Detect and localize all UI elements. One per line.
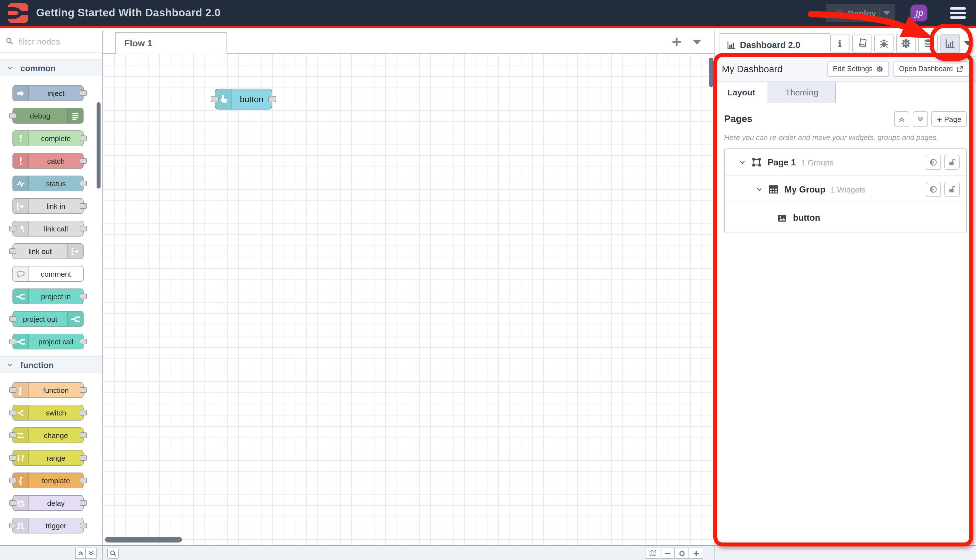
tree-row-my-group[interactable]: My Group1 Widgets xyxy=(725,176,966,203)
palette-node-delay[interactable]: delay xyxy=(12,495,83,511)
input-port[interactable] xyxy=(9,316,17,322)
sidebar-button-bug[interactable] xyxy=(874,33,894,53)
palette-node-switch[interactable]: switch xyxy=(12,405,83,420)
lock-button[interactable] xyxy=(944,182,959,197)
add-page-button[interactable]: + Page xyxy=(931,111,967,127)
canvas-grid[interactable]: button xyxy=(103,53,714,545)
output-port[interactable] xyxy=(80,203,87,209)
sidebar-button-layers[interactable] xyxy=(918,33,938,53)
palette-node-template[interactable]: {template xyxy=(12,472,83,488)
canvas-search-button[interactable] xyxy=(107,548,118,559)
palette-node-project-call[interactable]: project call xyxy=(12,333,83,350)
layout-helper-text: Here you can re-order and move your widg… xyxy=(724,133,967,142)
palette-search[interactable] xyxy=(0,30,102,52)
tree-row-page-1[interactable]: Page 11 Groups xyxy=(725,149,966,176)
canvas-horizontal-scrollbar[interactable] xyxy=(105,537,182,542)
output-port[interactable] xyxy=(80,410,87,415)
open-dashboard-button[interactable]: Open Dashboard xyxy=(894,61,969,77)
output-port[interactable] xyxy=(80,293,87,299)
output-port[interactable] xyxy=(80,523,87,528)
move-down-button[interactable] xyxy=(913,111,928,127)
input-port[interactable] xyxy=(9,339,17,344)
input-port[interactable] xyxy=(9,523,17,528)
output-port[interactable] xyxy=(268,96,276,102)
output-port[interactable] xyxy=(80,158,87,164)
input-port[interactable] xyxy=(9,248,17,254)
input-port[interactable] xyxy=(9,500,17,506)
user-avatar[interactable]: jp xyxy=(911,5,928,22)
collapse-all-button[interactable] xyxy=(75,547,86,558)
output-port[interactable] xyxy=(80,455,87,461)
sidebar-button-gear[interactable] xyxy=(896,33,916,53)
input-port[interactable] xyxy=(9,410,17,415)
output-port[interactable] xyxy=(80,339,87,344)
output-port[interactable] xyxy=(80,500,87,506)
palette-node-trigger[interactable]: trigger xyxy=(12,518,83,533)
filter-nodes-input[interactable] xyxy=(18,36,80,47)
visibility-button[interactable] xyxy=(926,155,941,170)
output-port[interactable] xyxy=(80,387,87,393)
palette-category-common[interactable]: common xyxy=(0,59,102,76)
image-icon xyxy=(777,213,787,223)
palette-scrollbar[interactable] xyxy=(97,102,100,188)
palette-node-change[interactable]: change xyxy=(12,427,83,443)
sidebar-tab-label: Dashboard 2.0 xyxy=(740,40,800,50)
canvas-vertical-scrollbar[interactable] xyxy=(709,58,713,87)
chevron-down-icon[interactable] xyxy=(739,159,746,165)
add-flow-button[interactable] xyxy=(672,37,682,47)
palette-node-project-in[interactable]: project in xyxy=(12,288,83,304)
palette-node-complete[interactable]: complete xyxy=(12,130,83,146)
palette-category-function[interactable]: function xyxy=(0,356,102,373)
palette-node-link-call[interactable]: link call xyxy=(12,221,83,237)
chevron-down-icon[interactable] xyxy=(756,186,762,192)
output-port[interactable] xyxy=(80,90,87,96)
canvas-node-button[interactable]: button xyxy=(215,88,272,110)
output-port[interactable] xyxy=(80,135,87,141)
deploy-button[interactable]: Deploy xyxy=(826,4,895,22)
input-port[interactable] xyxy=(211,96,219,102)
output-port[interactable] xyxy=(80,432,87,438)
zoom-in-button[interactable] xyxy=(689,548,703,559)
lock-button[interactable] xyxy=(944,155,959,170)
tab-layout[interactable]: Layout xyxy=(715,82,768,103)
flow-list-caret-icon[interactable] xyxy=(693,40,701,45)
edit-settings-button[interactable]: Edit Settings xyxy=(827,61,889,77)
move-up-button[interactable] xyxy=(894,111,909,127)
palette-node-project-out[interactable]: project out xyxy=(12,311,83,327)
minimap-button[interactable] xyxy=(646,548,660,559)
palette-node-range[interactable]: range xyxy=(12,450,83,466)
palette-node-catch[interactable]: catch xyxy=(12,153,83,169)
input-port[interactable] xyxy=(9,113,17,118)
sidebar-button-book[interactable] xyxy=(852,33,871,53)
page-title: Getting Started With Dashboard 2.0 xyxy=(36,7,220,19)
input-port[interactable] xyxy=(9,226,17,232)
sidebar-menu-caret-icon[interactable] xyxy=(964,41,972,45)
main-menu-button[interactable] xyxy=(950,7,966,18)
palette-node-inject[interactable]: inject xyxy=(12,85,83,101)
deploy-options-caret-icon[interactable] xyxy=(883,11,890,15)
palette-node-function[interactable]: ƒfunction xyxy=(12,382,83,398)
zoom-out-button[interactable] xyxy=(661,548,675,559)
expand-all-button[interactable] xyxy=(86,547,97,558)
palette-node-link-in[interactable]: link in xyxy=(12,198,83,214)
visibility-button[interactable] xyxy=(926,182,941,197)
output-port[interactable] xyxy=(80,226,87,232)
tab-flow-1[interactable]: Flow 1 xyxy=(115,32,227,53)
tab-theming[interactable]: Theming xyxy=(768,82,836,103)
tree-row-button[interactable]: button xyxy=(725,203,966,233)
sidebar-button-info[interactable] xyxy=(830,33,849,53)
output-port[interactable] xyxy=(80,181,87,186)
sidebar-tab-dashboard[interactable]: Dashboard 2.0 xyxy=(719,33,830,56)
palette-node-debug[interactable]: debug xyxy=(12,108,83,123)
input-port[interactable] xyxy=(9,387,17,393)
bar-chart-icon xyxy=(727,41,736,49)
sidebar-button-chart[interactable] xyxy=(941,33,959,53)
palette-node-link-out[interactable]: link out xyxy=(12,243,83,259)
palette-node-status[interactable]: status xyxy=(12,175,83,192)
input-port[interactable] xyxy=(9,455,17,461)
input-port[interactable] xyxy=(9,432,17,438)
palette-node-comment[interactable]: comment xyxy=(12,266,83,282)
zoom-reset-button[interactable] xyxy=(675,548,689,559)
output-port[interactable] xyxy=(80,478,87,483)
input-port[interactable] xyxy=(9,478,17,483)
